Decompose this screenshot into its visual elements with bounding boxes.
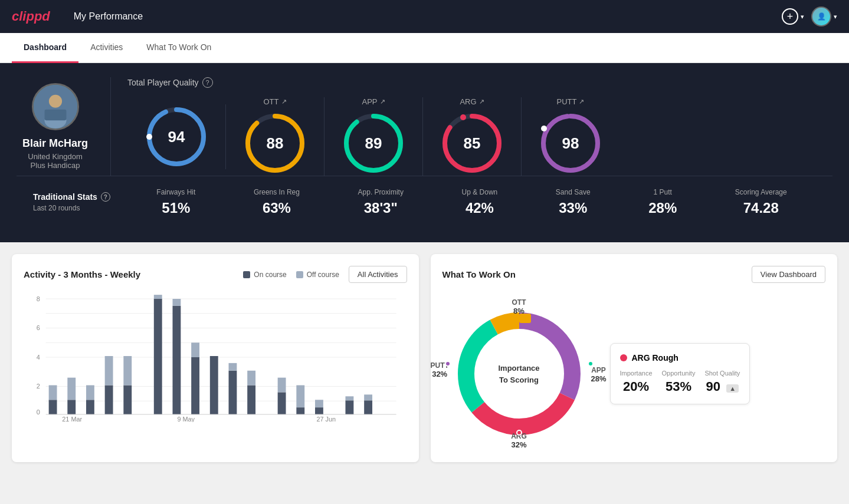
putt-segment-dot: [445, 361, 451, 367]
info-card-metrics: Importance 20% Opportunity 53% Shot Qual…: [620, 370, 740, 394]
quality-help-icon[interactable]: ?: [202, 77, 213, 88]
all-activities-button[interactable]: All Activities: [349, 266, 407, 283]
gauge-app: APP ↗ 89: [324, 97, 423, 176]
off-course-dot: [296, 271, 303, 278]
quality-label: Total Player Quality ?: [127, 77, 832, 88]
tab-what-to-work-on[interactable]: What To Work On: [135, 33, 223, 63]
add-button[interactable]: + ▾: [782, 8, 804, 25]
app-segment-dot: [588, 361, 594, 367]
svg-rect-48: [247, 386, 255, 414]
svg-text:9 May: 9 May: [177, 416, 195, 422]
svg-rect-35: [105, 386, 113, 414]
traditional-stats: Traditional Stats ? Last 20 rounds Fairw…: [17, 176, 832, 228]
what-card-title: What To Work On: [442, 269, 516, 279]
trad-stats-help-icon[interactable]: ?: [101, 192, 110, 202]
view-dashboard-button[interactable]: View Dashboard: [752, 266, 825, 283]
svg-rect-41: [172, 306, 181, 414]
svg-rect-51: [278, 378, 286, 393]
player-country: United Kingdom: [28, 152, 83, 161]
svg-text:8: 8: [37, 295, 40, 302]
activity-chart-title: Activity - 3 Months - Weekly: [24, 269, 140, 279]
gauge-ott: OTT ↗ 88: [226, 97, 324, 176]
trad-stat-scoring: Scoring Average 74.28: [735, 188, 787, 216]
arg-segment-dot: [516, 430, 522, 436]
svg-text:27 Jun: 27 Jun: [316, 416, 336, 422]
svg-rect-32: [67, 378, 76, 400]
svg-rect-46: [229, 371, 237, 414]
svg-text:4: 4: [37, 354, 40, 361]
metric-opportunity: Opportunity 53%: [662, 370, 696, 394]
legend-on-course: On course: [243, 271, 286, 279]
svg-rect-3: [44, 110, 66, 121]
svg-rect-58: [364, 400, 372, 414]
gauge-main-score: 94: [168, 127, 185, 146]
what-card-header: What To Work On View Dashboard: [442, 266, 826, 283]
gauge-app-label: APP ↗: [362, 97, 385, 106]
nav-tabs: Dashboard Activities What To Work On: [0, 33, 849, 63]
svg-rect-59: [364, 394, 372, 400]
gauge-main: 94: [127, 104, 226, 169]
quality-section: Total Player Quality ? 94: [111, 77, 832, 176]
activity-card-header: Activity - 3 Months - Weekly On course O…: [24, 266, 407, 283]
gauge-ott-label: OTT ↗: [264, 97, 287, 106]
shot-quality-badge: ▲: [726, 384, 739, 393]
tab-dashboard[interactable]: Dashboard: [12, 33, 78, 63]
svg-rect-43: [191, 357, 199, 414]
avatar: 👤: [811, 6, 831, 27]
bar-chart-svg: 8 6 4 2 0: [28, 292, 402, 422]
tab-activities[interactable]: Activities: [78, 33, 135, 63]
what-content: ImportanceTo Scoring OTT 8% APP 28% ARG …: [442, 292, 826, 450]
svg-point-1: [48, 95, 61, 108]
activity-card: Activity - 3 Months - Weekly On course O…: [12, 254, 419, 462]
gauge-app-circle: 89: [341, 111, 406, 176]
svg-rect-57: [345, 396, 353, 400]
player-avatar: [32, 83, 79, 130]
svg-rect-47: [229, 363, 237, 371]
player-handicap: Plus Handicap: [31, 161, 80, 170]
svg-rect-49: [247, 371, 255, 386]
svg-point-13: [460, 114, 466, 120]
on-course-dot: [243, 271, 250, 278]
gauge-ott-score: 88: [267, 134, 284, 153]
svg-text:2: 2: [37, 383, 40, 390]
svg-rect-50: [278, 392, 286, 414]
donut-chart-container: ImportanceTo Scoring OTT 8% APP 28% ARG …: [442, 297, 596, 450]
player-info: Blair McHarg United Kingdom Plus Handica…: [17, 77, 111, 176]
ott-marker: [519, 314, 531, 323]
svg-rect-38: [123, 356, 132, 385]
svg-point-16: [541, 126, 547, 131]
gauge-putt: PUTT ↗ 98: [522, 97, 619, 176]
svg-rect-53: [296, 386, 304, 408]
gauge-putt-circle: 98: [538, 111, 603, 176]
gauge-arg-score: 85: [464, 134, 481, 153]
what-to-work-on-card: What To Work On View Dashboard: [431, 254, 838, 462]
svg-rect-34: [86, 386, 94, 400]
trad-stat-greens: Greens In Reg 63%: [254, 188, 300, 216]
add-circle-icon: +: [782, 8, 798, 25]
player-name: Blair McHarg: [22, 137, 88, 150]
donut-center-label: ImportanceTo Scoring: [498, 363, 539, 386]
svg-text:0: 0: [37, 409, 40, 416]
svg-rect-44: [191, 342, 199, 357]
trad-stats-period: Last 20 rounds: [33, 204, 127, 212]
gauge-ott-circle: 88: [242, 111, 307, 176]
ott-arrow-icon: ↗: [281, 98, 287, 106]
legend-off-course: Off course: [296, 271, 339, 279]
svg-rect-29: [49, 400, 57, 414]
user-avatar-button[interactable]: 👤 ▾: [811, 6, 837, 27]
svg-rect-68: [519, 314, 531, 323]
svg-rect-42: [172, 299, 181, 306]
svg-rect-37: [123, 386, 132, 414]
donut-label-app: APP 28%: [591, 366, 606, 383]
logo: clippd: [12, 9, 50, 24]
trad-stat-oneputt: 1 Putt 28%: [648, 188, 677, 216]
trad-stat-proximity: App. Proximity 38'3": [358, 188, 404, 216]
page-title: My Performance: [74, 11, 143, 22]
gauge-putt-score: 98: [562, 134, 579, 153]
svg-rect-52: [296, 407, 304, 414]
svg-text:6: 6: [37, 324, 40, 331]
gauges-row: 94 OTT ↗ 88: [127, 97, 832, 176]
gauge-app-score: 89: [365, 134, 382, 153]
avatar-chevron-icon: ▾: [834, 13, 837, 21]
trad-stats-label: Traditional Stats ? Last 20 rounds: [33, 192, 127, 212]
